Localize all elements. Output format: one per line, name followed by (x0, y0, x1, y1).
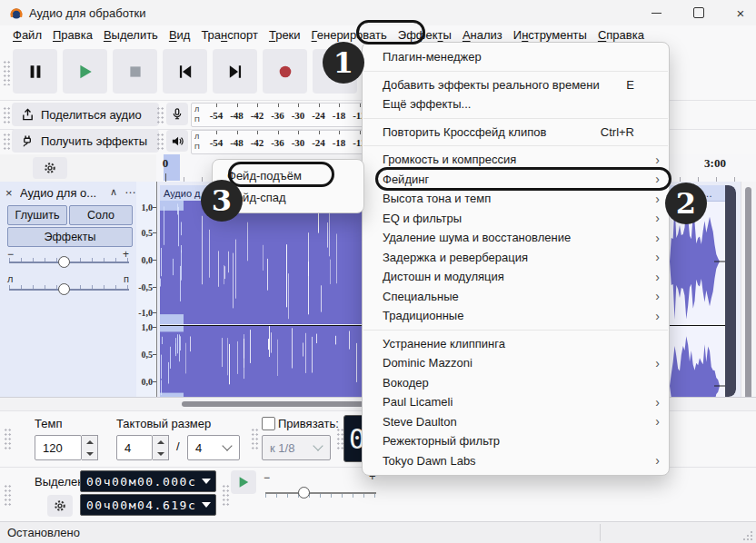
beats-spinner[interactable] (153, 435, 169, 460)
menu-item-label: Dominic Mazzoni (383, 356, 634, 370)
time-signature-slash: / (176, 439, 180, 453)
resize-grip-icon[interactable] (742, 530, 753, 541)
menu-item-more-effects[interactable]: Ещё эффекты... (363, 94, 669, 114)
vertical-scale-value: 0,5 (142, 228, 154, 238)
audio-clip-selected[interactable]: Аудио д (160, 185, 362, 397)
speaker-icon (171, 134, 184, 148)
playback-meter-button[interactable] (166, 130, 188, 152)
selection-start-field[interactable]: 00ч00м00.000с (80, 470, 216, 492)
menubar-item-view[interactable]: Вид (164, 26, 196, 44)
dropdown-arrow-icon[interactable] (202, 502, 211, 508)
menu-item-plugin-manager[interactable]: Плагин-менеджер (363, 47, 669, 67)
menu-item-dominic-mazzoni[interactable]: Dominic Mazzoni› (363, 353, 669, 373)
track-name[interactable]: Аудио для о... (20, 186, 107, 200)
menu-item-label: Повторить Кроссфейд клипов (383, 125, 601, 139)
note-value-select[interactable]: 4 (187, 435, 240, 460)
meter-scale-tick (237, 131, 238, 134)
timeline-options-button[interactable] (33, 157, 67, 179)
menu-item-paul-licameli[interactable]: Paul Licameli› (363, 392, 669, 412)
meter-scale-tick (257, 131, 258, 134)
menu-item-special[interactable]: Специальные› (363, 287, 669, 307)
maximize-icon (693, 7, 704, 18)
menu-item-label: Традиционные (383, 309, 634, 322)
selection-toolbar-grip[interactable] (4, 484, 12, 508)
snap-mode-select[interactable]: к 1/8 (262, 435, 331, 460)
menu-item-tokyo-dawn-labs[interactable]: Tokyo Dawn Labs› (363, 451, 669, 471)
solo-button[interactable]: Соло (69, 205, 133, 225)
mute-button[interactable]: Глушить (7, 205, 67, 225)
tempo-spinner[interactable] (82, 435, 98, 460)
menubar-item-edit[interactable]: Правка (47, 26, 98, 44)
menu-item-notch-filter[interactable]: Режекторный фильтр (363, 431, 669, 451)
track-effects-button[interactable]: Эффекты (7, 227, 133, 247)
menu-item-distortion-modulation[interactable]: Дистошн и модуляция› (363, 267, 669, 287)
share-toolbar-grip[interactable] (3, 106, 11, 124)
menu-item-vocoder[interactable]: Вокодер (363, 373, 669, 393)
menu-item-label: Задержка и реверберация (383, 251, 634, 264)
minimize-button[interactable] (635, 0, 677, 25)
chevron-down-icon (313, 440, 323, 450)
skip-to-start-icon (177, 64, 194, 80)
play-at-speed-button[interactable] (231, 470, 256, 494)
annotation-oval-effects (356, 20, 425, 44)
record-meter-button[interactable] (166, 103, 188, 125)
beats-input[interactable]: 4 (116, 435, 153, 460)
effects-toolbar-grip[interactable] (3, 133, 11, 151)
pause-button[interactable] (13, 49, 57, 94)
snap-toolbar-grip[interactable] (251, 428, 259, 451)
menu-item-clip-fix[interactable]: Устранение клиппинга (363, 334, 669, 354)
speed-slider-thumb[interactable] (298, 487, 310, 499)
menu-item-eq-filters[interactable]: EQ и фильтры› (363, 209, 669, 229)
get-effects-button[interactable]: Получить эффекты (12, 129, 159, 153)
track-menu-button[interactable]: … (124, 183, 136, 196)
play-button[interactable] (63, 49, 107, 94)
menu-item-label: Ещё эффекты... (383, 97, 634, 111)
menu-item-noise-removal[interactable]: Удаление шума и восстановление› (363, 228, 669, 248)
menu-item-legacy[interactable]: Традиционные› (363, 306, 669, 326)
gain-slider-thumb[interactable] (58, 256, 70, 268)
menu-item-label: Устранение клиппинга (383, 337, 634, 350)
menu-item-pitch-tempo[interactable]: Высота тона и темп› (363, 189, 669, 209)
vertical-scrollbar[interactable] (741, 182, 756, 410)
maximize-button[interactable] (678, 0, 720, 25)
menubar-item-select[interactable]: Выделить (98, 26, 164, 44)
transport-toolbar-grip[interactable] (3, 60, 11, 85)
tempo-toolbar-grip[interactable] (4, 428, 12, 451)
menubar-item-tracks[interactable]: Треки (264, 26, 306, 44)
record-meter[interactable]: ЛП-54-48-42-36-30-24-18-12 (191, 103, 363, 127)
menu-item-repeat-crossfade-clips[interactable]: Повторить Кроссфейд клиповCtrl+R (363, 123, 669, 143)
close-button[interactable]: × (720, 0, 756, 25)
timeline-tick (165, 173, 166, 182)
vertical-scale-ruler[interactable]: 1,00,50,0-0,5-1,01,00,50,0 (136, 182, 157, 397)
record-meter-grip[interactable] (156, 106, 164, 124)
menu-item-add-realtime-effects[interactable]: Добавить эффекты реального времениE (363, 75, 669, 95)
skip-to-end-button[interactable] (213, 49, 257, 94)
tempo-input[interactable]: 120 (35, 435, 82, 460)
pan-right-label: п (124, 273, 129, 284)
menubar-item-transport[interactable]: Транспорт (195, 26, 264, 44)
skip-to-start-button[interactable] (163, 49, 207, 94)
vertical-scale-tick (153, 287, 156, 288)
selection-options-button[interactable] (47, 495, 73, 517)
menu-item-delay-reverb[interactable]: Задержка и реверберация› (363, 248, 669, 268)
selection-end-field[interactable]: 00ч00м04.619с (80, 494, 216, 516)
track-close-button[interactable]: × (5, 186, 13, 200)
play-speed-grip[interactable] (222, 484, 230, 508)
record-button[interactable] (263, 49, 307, 94)
share-audio-button[interactable]: Поделиться аудио (12, 103, 159, 126)
playback-meter-grip[interactable] (156, 133, 164, 151)
skip-to-end-icon (227, 64, 244, 80)
stop-button[interactable] (113, 49, 157, 94)
menu-item-steve-daulton[interactable]: Steve Daulton› (363, 412, 669, 432)
menubar-item-file[interactable]: Файл (7, 26, 47, 44)
playback-meter[interactable]: ЛП-54-48-42-36-30-24-18-12 (191, 130, 363, 154)
clip-edge-handle[interactable] (725, 185, 736, 397)
timeline-label-start: 0 (163, 156, 169, 171)
snap-checkbox[interactable] (262, 417, 275, 430)
annotation-oval-fade-in (228, 162, 334, 187)
vertical-scrollbar-thumb[interactable] (745, 187, 751, 405)
pan-slider-thumb[interactable] (58, 283, 70, 295)
dropdown-arrow-icon[interactable] (202, 479, 211, 484)
track-collapse-button[interactable]: ∧ (110, 186, 117, 198)
submenu-arrow-icon: › (649, 251, 660, 263)
